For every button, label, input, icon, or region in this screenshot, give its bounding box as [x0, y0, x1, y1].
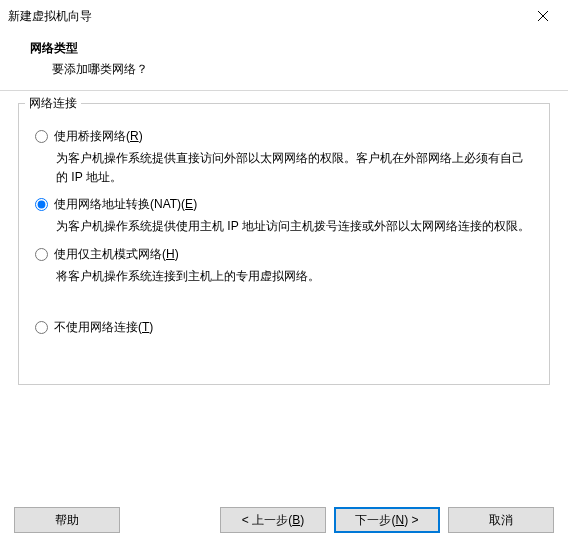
group-legend: 网络连接 — [25, 95, 81, 112]
option-nat-desc: 为客户机操作系统提供使用主机 IP 地址访问主机拨号连接或外部以太网网络连接的权… — [56, 217, 533, 236]
option-hostonly-desc: 将客户机操作系统连接到主机上的专用虚拟网络。 — [56, 267, 533, 286]
option-nat-label[interactable]: 使用网络地址转换(NAT)(E) — [35, 196, 533, 213]
option-none: 不使用网络连接(T) — [35, 319, 533, 336]
option-nat: 使用网络地址转换(NAT)(E) 为客户机操作系统提供使用主机 IP 地址访问主… — [35, 196, 533, 236]
radio-nat[interactable] — [35, 198, 48, 211]
footer: 帮助 < 上一步(B) 下一步(N) > 取消 — [0, 501, 568, 549]
radio-bridged[interactable] — [35, 130, 48, 143]
option-hostonly-label[interactable]: 使用仅主机模式网络(H) — [35, 246, 533, 263]
titlebar: 新建虚拟机向导 — [0, 0, 568, 32]
option-bridged-desc: 为客户机操作系统提供直接访问外部以太网网络的权限。客户机在外部网络上必须有自己的… — [56, 149, 533, 186]
header-divider — [0, 90, 568, 91]
page-subtitle: 要添加哪类网络？ — [30, 61, 550, 78]
option-nat-text: 使用网络地址转换(NAT)(E) — [54, 196, 197, 213]
wizard-header: 网络类型 要添加哪类网络？ — [0, 32, 568, 88]
option-bridged-text: 使用桥接网络(R) — [54, 128, 143, 145]
close-button[interactable] — [520, 1, 566, 31]
next-button[interactable]: 下一步(N) > — [334, 507, 440, 533]
option-hostonly-text: 使用仅主机模式网络(H) — [54, 246, 179, 263]
help-button[interactable]: 帮助 — [14, 507, 120, 533]
option-hostonly: 使用仅主机模式网络(H) 将客户机操作系统连接到主机上的专用虚拟网络。 — [35, 246, 533, 286]
cancel-button[interactable]: 取消 — [448, 507, 554, 533]
option-bridged-label[interactable]: 使用桥接网络(R) — [35, 128, 533, 145]
radio-hostonly[interactable] — [35, 248, 48, 261]
option-none-label[interactable]: 不使用网络连接(T) — [35, 319, 533, 336]
network-connection-group: 网络连接 使用桥接网络(R) 为客户机操作系统提供直接访问外部以太网网络的权限。… — [18, 103, 550, 385]
radio-none[interactable] — [35, 321, 48, 334]
wizard-window: 新建虚拟机向导 网络类型 要添加哪类网络？ 网络连接 使用桥接网络(R) 为客户… — [0, 0, 568, 549]
content-area: 网络连接 使用桥接网络(R) 为客户机操作系统提供直接访问外部以太网网络的权限。… — [0, 103, 568, 501]
back-button[interactable]: < 上一步(B) — [220, 507, 326, 533]
close-icon — [538, 11, 548, 21]
page-title: 网络类型 — [30, 40, 550, 57]
window-title: 新建虚拟机向导 — [8, 8, 520, 25]
nav-button-group: < 上一步(B) 下一步(N) > — [220, 507, 440, 533]
option-bridged: 使用桥接网络(R) 为客户机操作系统提供直接访问外部以太网网络的权限。客户机在外… — [35, 128, 533, 186]
option-none-text: 不使用网络连接(T) — [54, 319, 153, 336]
